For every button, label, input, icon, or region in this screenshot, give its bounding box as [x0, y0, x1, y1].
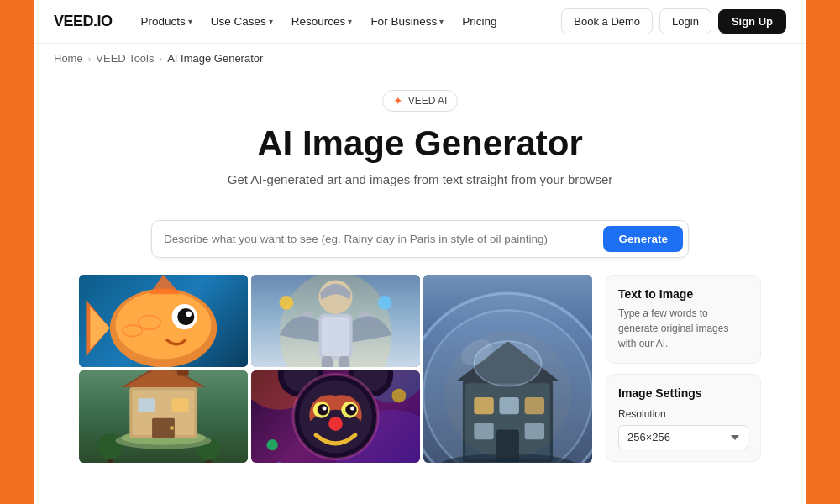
hero-badge: ✦ VEED AI: [382, 90, 459, 112]
svg-marker-4: [150, 275, 181, 294]
text-to-image-title: Text to Image: [618, 287, 748, 301]
spark-icon: ✦: [393, 94, 403, 108]
svg-point-16: [280, 296, 294, 310]
prompt-input-row: Generate: [151, 220, 689, 258]
svg-rect-18: [322, 356, 333, 367]
generate-button[interactable]: Generate: [603, 226, 683, 252]
svg-rect-19: [339, 356, 349, 367]
image-grid: [79, 275, 592, 472]
logo[interactable]: VEED.IO: [54, 13, 113, 30]
breadcrumb-tools[interactable]: VEED Tools: [96, 52, 154, 65]
text-to-image-card: Text to Image Type a few words to genera…: [606, 275, 761, 364]
svg-marker-3: [90, 307, 109, 349]
login-button[interactable]: Login: [659, 8, 711, 34]
breadcrumb-home[interactable]: Home: [54, 52, 83, 65]
svg-point-70: [323, 407, 327, 411]
svg-rect-52: [172, 399, 189, 413]
nav-actions: Book a Demo Login Sign Up: [561, 8, 786, 34]
nav-products[interactable]: Products ▾: [133, 10, 201, 33]
book-demo-button[interactable]: Book a Demo: [561, 8, 653, 34]
svg-point-71: [350, 407, 354, 411]
signup-button[interactable]: Sign Up: [718, 9, 786, 34]
logos-bar: facebook VISA P&G ● Pinterest Booking.co…: [34, 489, 806, 504]
hero-section: ✦ VEED AI AI Image Generator Get AI-gene…: [34, 73, 806, 220]
prompt-input[interactable]: [164, 233, 603, 245]
chevron-down-icon: ▾: [188, 17, 192, 26]
page-title: AI Image Generator: [67, 123, 773, 164]
image-cell-flying-house[interactable]: [79, 370, 248, 463]
nav-use-cases[interactable]: Use Cases ▾: [202, 10, 281, 33]
content-area: Text to Image Type a few words to genera…: [59, 275, 781, 489]
svg-point-41: [97, 433, 123, 459]
svg-rect-12: [322, 317, 350, 356]
svg-point-17: [378, 296, 392, 310]
chevron-down-icon: ▾: [348, 17, 352, 26]
breadcrumb-current: AI Image Generator: [167, 52, 263, 65]
nav-for-business[interactable]: For Business ▾: [362, 10, 452, 33]
breadcrumb-sep2: ›: [160, 54, 163, 64]
resolution-select[interactable]: 256×256 512×512 1024×1024: [618, 425, 748, 449]
chevron-down-icon: ▾: [439, 17, 444, 26]
image-settings-card: Image Settings Resolution 256×256 512×51…: [606, 374, 761, 462]
svg-rect-51: [138, 399, 155, 413]
svg-point-75: [392, 389, 407, 403]
svg-rect-50: [177, 370, 188, 375]
svg-point-72: [328, 417, 343, 431]
image-cell-clown[interactable]: [251, 370, 420, 463]
svg-point-76: [275, 462, 283, 463]
breadcrumb-sep1: ›: [88, 54, 92, 64]
breadcrumb: Home › VEED Tools › AI Image Generator: [34, 44, 806, 73]
badge-label: VEED AI: [408, 95, 448, 107]
side-panel: Text to Image Type a few words to genera…: [606, 275, 761, 472]
image-settings-title: Image Settings: [618, 386, 748, 400]
image-cell-bubble-house[interactable]: [423, 275, 592, 463]
image-cell-warrior[interactable]: [251, 275, 420, 367]
nav-pricing[interactable]: Pricing: [454, 10, 505, 33]
chevron-down-icon: ▾: [269, 17, 273, 26]
nav-resources[interactable]: Resources ▾: [283, 10, 361, 33]
page-wrapper: VEED.IO Products ▾ Use Cases ▾ Resources…: [0, 0, 840, 504]
resolution-label: Resolution: [618, 408, 748, 420]
svg-point-54: [170, 426, 174, 430]
navbar: VEED.IO Products ▾ Use Cases ▾ Resources…: [34, 0, 806, 44]
svg-point-6: [177, 308, 194, 325]
svg-point-74: [266, 439, 277, 450]
hero-subtitle: Get AI-generated art and images from tex…: [67, 172, 773, 186]
main-content: VEED.IO Products ▾ Use Cases ▾ Resources…: [34, 0, 806, 504]
nav-links: Products ▾ Use Cases ▾ Resources ▾ For B…: [133, 10, 559, 33]
image-cell-fish[interactable]: [79, 275, 248, 367]
svg-point-7: [186, 312, 192, 318]
text-to-image-desc: Type a few words to generate original im…: [618, 306, 748, 351]
